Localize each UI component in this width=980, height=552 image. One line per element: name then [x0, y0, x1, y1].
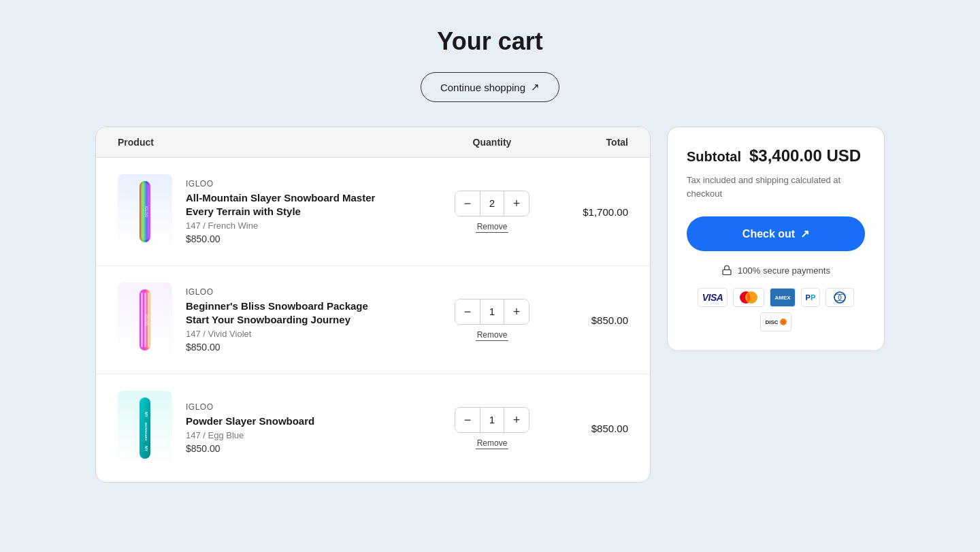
item-quantity-3: − 1 + Remove [438, 407, 546, 449]
decrease-qty-button-3[interactable]: − [455, 408, 480, 432]
column-header-total: Total [546, 137, 628, 148]
qty-value-1: 2 [480, 191, 504, 216]
item-price-2: $850.00 [186, 342, 376, 353]
item-total-1: $1,700.00 [546, 206, 628, 218]
item-info-3: IGLOO Powder Slayer Snowboard 147 / Egg … [186, 402, 314, 455]
page-title: Your cart [437, 27, 542, 56]
quantity-stepper-1[interactable]: − 2 + [455, 191, 529, 216]
item-product-1: IGLOO IGLOO All-Mountain Slayer Snowboar… [118, 174, 438, 249]
item-total-2: $850.00 [546, 314, 628, 326]
item-brand-2: IGLOO [186, 287, 376, 297]
checkout-icon: ↗ [800, 227, 809, 240]
item-total-3: $850.00 [546, 423, 628, 434]
item-name-2: Beginner's Bliss Snowboard Package Start… [186, 299, 376, 326]
item-variant-1: 147 / French Wine [186, 221, 376, 231]
item-price-3: $850.00 [186, 443, 314, 454]
svg-rect-12 [723, 270, 731, 274]
secure-payments: 100% secure payments [687, 265, 865, 276]
qty-value-2: 1 [480, 299, 504, 324]
item-info-2: IGLOO Beginner's Bliss Snowboard Package… [186, 287, 376, 353]
item-product-2: IGLOO IGLOO Beginner's Bliss Snowboard P… [118, 282, 438, 357]
qty-value-3: 1 [480, 408, 504, 432]
item-price-1: $850.00 [186, 233, 376, 244]
increase-qty-button-1[interactable]: + [504, 191, 529, 216]
item-product-3: MY SNOWBOARD MY IGLOO Powder Slayer Snow… [118, 391, 438, 466]
item-variant-3: 147 / Egg Blue [186, 430, 314, 440]
product-image-1: IGLOO [118, 174, 172, 249]
external-link-icon: ↗ [531, 81, 540, 93]
svg-point-16 [834, 294, 841, 301]
product-image-3: MY SNOWBOARD MY [118, 391, 172, 466]
svg-text:SNOWBOARD: SNOWBOARD [144, 422, 148, 440]
svg-text:MY: MY [144, 412, 148, 418]
table-row: IGLOO IGLOO All-Mountain Slayer Snowboar… [96, 158, 650, 266]
item-name-3: Powder Slayer Snowboard [186, 415, 314, 428]
svg-point-17 [838, 294, 845, 301]
remove-button-1[interactable]: Remove [476, 222, 509, 233]
amex-payment-icon: AMEX [770, 288, 795, 307]
checkout-label: Check out [742, 228, 795, 240]
diners-payment-icon [826, 288, 854, 307]
cart-panel: Product Quantity Total [95, 127, 651, 483]
visa-payment-icon: VISA [698, 288, 728, 307]
svg-text:IGLOO: IGLOO [144, 314, 148, 325]
column-header-quantity: Quantity [438, 137, 546, 148]
svg-rect-4 [141, 293, 143, 347]
svg-point-15 [834, 292, 845, 303]
item-quantity-1: − 2 + Remove [438, 191, 546, 233]
continue-shopping-button[interactable]: Continue shopping ↗ [421, 72, 559, 102]
main-layout: Product Quantity Total [95, 127, 885, 483]
item-brand-1: IGLOO [186, 179, 376, 189]
item-variant-2: 147 / Vivid Violet [186, 329, 376, 339]
subtotal-amount: $3,400.00 USD [749, 146, 861, 165]
lock-icon [721, 265, 732, 276]
checkout-button[interactable]: Check out ↗ [687, 216, 865, 251]
tax-note: Tax included and shipping calculated at … [687, 174, 865, 200]
column-header-product: Product [118, 137, 438, 148]
remove-button-2[interactable]: Remove [476, 330, 509, 341]
item-info-1: IGLOO All-Mountain Slayer Snowboard Mast… [186, 179, 376, 244]
quantity-stepper-2[interactable]: − 1 + [455, 299, 529, 325]
subtotal-label: Subtotal [687, 149, 741, 165]
decrease-qty-button-1[interactable]: − [455, 191, 480, 216]
table-row: MY SNOWBOARD MY IGLOO Powder Slayer Snow… [96, 374, 650, 482]
decrease-qty-button-2[interactable]: − [455, 299, 480, 324]
summary-panel: Subtotal $3,400.00 USD Tax included and … [667, 127, 885, 351]
item-name-1: All-Mountain Slayer Snowboard Master Eve… [186, 191, 376, 218]
item-quantity-2: − 1 + Remove [438, 299, 546, 341]
increase-qty-button-3[interactable]: + [504, 408, 529, 432]
cart-table-header: Product Quantity Total [96, 127, 650, 158]
secure-payments-label: 100% secure payments [738, 265, 830, 276]
remove-button-3[interactable]: Remove [476, 438, 509, 449]
continue-shopping-label: Continue shopping [440, 82, 525, 93]
svg-text:MY: MY [144, 446, 148, 452]
svg-text:IGLOO: IGLOO [144, 206, 148, 217]
payment-icons: VISA AMEX PP DISC [687, 288, 865, 331]
subtotal-row: Subtotal $3,400.00 USD [687, 146, 865, 165]
discover-payment-icon: DISC [760, 312, 791, 331]
table-row: IGLOO IGLOO Beginner's Bliss Snowboard P… [96, 266, 650, 374]
product-image-2: IGLOO [118, 282, 172, 357]
increase-qty-button-2[interactable]: + [504, 299, 529, 324]
quantity-stepper-3[interactable]: − 1 + [455, 407, 529, 433]
item-brand-3: IGLOO [186, 402, 314, 412]
mastercard-payment-icon [733, 288, 764, 307]
paypal-payment-icon: PP [801, 288, 821, 307]
